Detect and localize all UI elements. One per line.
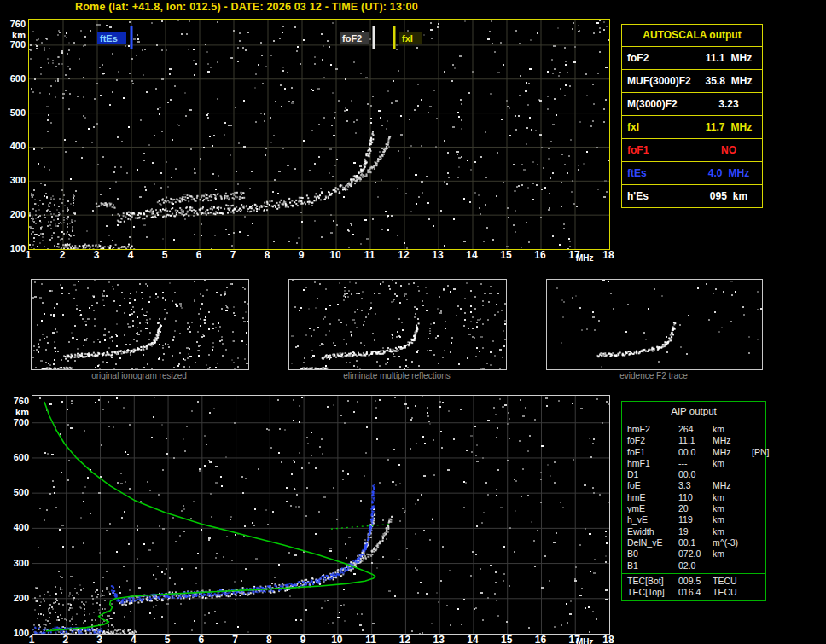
y-axis-label: 200 <box>3 209 26 219</box>
aip-extra <box>752 503 765 514</box>
x-axis-label: 14 <box>463 635 482 644</box>
autoscala-param-label: ftEs <box>622 162 695 184</box>
aip-row-D1: D100.0 <box>622 469 765 480</box>
x-axis-label: 4 <box>121 251 140 260</box>
aip-extra <box>752 514 765 525</box>
aip-unit: km <box>713 424 752 435</box>
x-axis-label: 10 <box>328 635 346 644</box>
aip-name: foE <box>627 480 678 491</box>
x-axis-label: 1 <box>22 635 41 644</box>
aip-unit: MHz <box>713 447 752 458</box>
y-axis-label: 760 <box>6 396 29 406</box>
aip-name: TEC[Bot] <box>627 576 678 587</box>
autoscala-param-label: M(3000)F2 <box>622 93 695 115</box>
aip-extra: [PN] <box>752 447 773 458</box>
aip-extra <box>752 458 765 469</box>
y-axis-label: 400 <box>3 141 26 151</box>
aip-row-hmF1: hmF1---km <box>622 458 765 469</box>
fxI-marker-line <box>393 26 396 49</box>
aip-name: foF2 <box>627 435 678 446</box>
aip-unit: TECU <box>713 587 752 598</box>
aip-extra <box>752 560 765 571</box>
x-axis-label: 2 <box>53 251 72 260</box>
x-axis-label: 13 <box>429 635 448 644</box>
aip-row-Ewidth: Ewidth19km <box>622 526 765 537</box>
y-axis-label: 300 <box>6 558 29 568</box>
ionogram-canvas <box>289 280 506 369</box>
x-axis-label: 14 <box>462 251 481 260</box>
aip-extra <box>752 480 765 491</box>
aip-value: 072.0 <box>678 548 713 560</box>
x-axis-label: 16 <box>531 251 550 260</box>
x-axis-label: 18 <box>599 635 618 644</box>
x-axis-label: 11 <box>360 251 379 260</box>
aip-extra <box>752 435 765 446</box>
x-axis-label: 3 <box>90 635 109 644</box>
x-axis-label: 11 <box>362 635 381 644</box>
autoscala-row-h'Es: h'Es095km <box>622 185 762 207</box>
aip-unit: MHz <box>713 435 752 446</box>
aip-value: 19 <box>678 526 713 537</box>
autoscala-param-label: fxI <box>622 116 695 138</box>
aip-value: 016.4 <box>678 587 713 598</box>
autoscala-param-label: foF1 <box>622 139 695 161</box>
x-axis-label: 15 <box>497 251 515 260</box>
aip-value: 20 <box>678 503 713 514</box>
autoscala-row-foF2: foF211.1MHz <box>622 47 762 70</box>
autoscala-param-value: 35.8MHz <box>695 70 762 92</box>
y-axis-unit-label: km <box>6 407 29 417</box>
x-axis-label: 15 <box>497 635 516 644</box>
x-axis-label: 12 <box>394 251 413 260</box>
x-axis-unit-label: MHz <box>576 254 594 262</box>
autoscala-param-label: h'Es <box>622 185 695 207</box>
aip-row-hmE: hmE110km <box>622 492 765 503</box>
x-axis-label: 4 <box>124 635 143 644</box>
autoscala-param-value: 11.1MHz <box>695 47 762 69</box>
ionogram-canvas <box>32 280 248 369</box>
aip-unit: TECU <box>713 576 752 587</box>
aip-name: h_vE <box>627 514 678 525</box>
thumbnail-caption-1: original ionogram resized <box>31 371 247 380</box>
window-title: Rome (lat: +41.8, lon: 012.5) - DATE: 20… <box>75 1 418 13</box>
aip-unit: km <box>713 503 752 514</box>
aip-name: B0 <box>627 548 678 560</box>
aip-extra <box>752 526 765 537</box>
x-axis-label: 10 <box>326 251 345 260</box>
y-axis-label: 700 <box>3 39 26 49</box>
ionogram-canvas <box>547 280 762 369</box>
aip-name: DelN_vE <box>627 537 678 548</box>
y-axis-label: 500 <box>6 487 29 497</box>
x-axis-label: 18 <box>599 251 618 260</box>
aip-value: 11.1 <box>678 435 713 446</box>
aip-name: D1 <box>627 469 678 480</box>
aip-value: 00.1 <box>678 537 713 548</box>
aip-row-h_vE: h_vE119km <box>622 514 765 525</box>
foF2-marker-line <box>373 26 375 49</box>
y-axis-label: 600 <box>3 73 26 84</box>
y-axis-label: 760 <box>3 19 26 29</box>
aip-output-rows: hmF2264kmfoF211.1MHzfoF100.0MHz[PN]hmF1-… <box>622 424 765 571</box>
aip-name: hmF2 <box>627 424 678 435</box>
ionogram-canvas: ftEsfoF2fxI <box>29 20 609 249</box>
aip-row-foF1: foF100.0MHz[PN] <box>622 447 765 458</box>
aip-extra <box>752 537 765 548</box>
x-axis-label: 3 <box>87 251 106 260</box>
aip-extra <box>752 424 765 435</box>
aip-value: 02.0 <box>678 560 713 571</box>
autoscala-param-value: 095km <box>695 185 762 207</box>
autoscala-row-MUF(3000)F2: MUF(3000)F235.8MHz <box>622 70 762 93</box>
autoscala-window: Rome (lat: +41.8, lon: 012.5) - DATE: 20… <box>0 0 826 644</box>
aip-unit: km <box>713 492 752 503</box>
aip-name: ymE <box>627 503 678 514</box>
autoscala-row-ftEs: ftEs4.0MHz <box>622 162 762 185</box>
aip-separator-line <box>622 573 765 574</box>
y-axis-unit-label: km <box>3 30 26 40</box>
fxI-marker-label: fxI <box>402 33 413 44</box>
autoscala-output-header: AUTOSCALA output <box>622 25 762 47</box>
aip-row-foE: foE3.3MHz <box>622 480 765 491</box>
y-axis-label: 400 <box>6 522 29 532</box>
aip-value: 264 <box>678 424 713 435</box>
aip-output-table: AIP output hmF2264kmfoF211.1MHzfoF100.0M… <box>621 401 766 601</box>
x-axis-label: 2 <box>56 635 75 644</box>
autoscala-param-value: 3.23 <box>695 93 762 115</box>
